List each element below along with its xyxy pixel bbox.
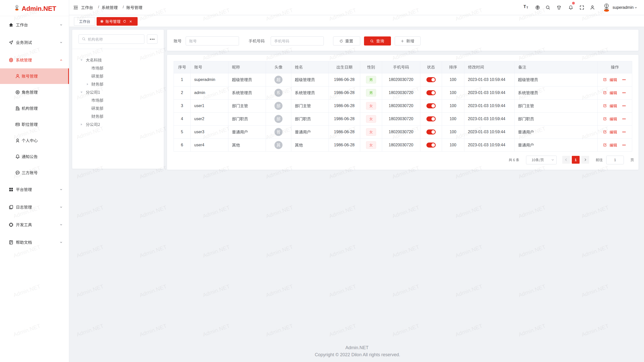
svg-text:Admin.NET: Admin.NET: [391, 323, 420, 338]
svg-text:Admin.NET: Admin.NET: [139, 323, 167, 338]
svg-text:Admin.NET: Admin.NET: [391, 283, 420, 298]
svg-text:Admin.NET: Admin.NET: [265, 204, 294, 219]
svg-text:Admin.NET: Admin.NET: [391, 244, 420, 259]
svg-text:Admin.NET: Admin.NET: [517, 244, 546, 259]
svg-text:Admin.NET: Admin.NET: [202, 283, 230, 298]
svg-text:Admin.NET: Admin.NET: [75, 323, 104, 338]
svg-text:Admin.NET: Admin.NET: [328, 204, 357, 219]
svg-text:Admin.NET: Admin.NET: [517, 283, 546, 298]
svg-text:Admin.NET: Admin.NET: [202, 204, 230, 219]
svg-text:Admin.NET: Admin.NET: [517, 323, 546, 338]
svg-text:Admin.NET: Admin.NET: [202, 323, 230, 338]
svg-text:Admin.NET: Admin.NET: [454, 244, 483, 259]
svg-text:Admin.NET: Admin.NET: [581, 204, 609, 219]
svg-text:Admin.NET: Admin.NET: [202, 244, 230, 259]
svg-text:Admin.NET: Admin.NET: [139, 244, 167, 259]
svg-text:Admin.NET: Admin.NET: [139, 204, 167, 219]
svg-text:Admin.NET: Admin.NET: [265, 283, 294, 298]
svg-text:Admin.NET: Admin.NET: [581, 283, 609, 298]
svg-text:Admin.NET: Admin.NET: [75, 283, 104, 298]
svg-text:Admin.NET: Admin.NET: [581, 323, 609, 338]
svg-text:Admin.NET: Admin.NET: [265, 323, 294, 338]
svg-text:Admin.NET: Admin.NET: [391, 204, 420, 219]
svg-text:Admin.NET: Admin.NET: [454, 204, 483, 219]
svg-text:Admin.NET: Admin.NET: [328, 244, 357, 259]
svg-text:Admin.NET: Admin.NET: [75, 244, 104, 259]
svg-text:Admin.NET: Admin.NET: [328, 283, 357, 298]
svg-text:Admin.NET: Admin.NET: [517, 204, 546, 219]
svg-text:Admin.NET: Admin.NET: [328, 323, 357, 338]
svg-text:Admin.NET: Admin.NET: [265, 244, 294, 259]
svg-text:Admin.NET: Admin.NET: [75, 204, 104, 219]
svg-text:Admin.NET: Admin.NET: [581, 244, 609, 259]
svg-text:Admin.NET: Admin.NET: [454, 283, 483, 298]
svg-text:Admin.NET: Admin.NET: [139, 283, 167, 298]
svg-text:Admin.NET: Admin.NET: [454, 323, 483, 338]
